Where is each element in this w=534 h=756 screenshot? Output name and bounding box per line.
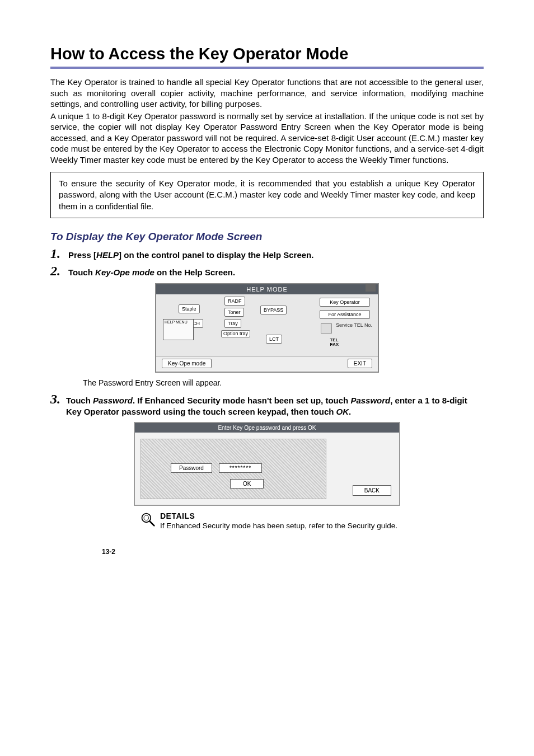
password-figure-wrap: Enter Key Ope password and press OK Pass… xyxy=(50,422,484,506)
step-3-post: . xyxy=(349,407,351,416)
step-1-number: 1. xyxy=(50,246,63,261)
step-2-text: Touch Key-Ope mode on the Help Screen. xyxy=(68,267,235,278)
intro-paragraph-1: The Key Operator is trained to handle al… xyxy=(50,77,484,110)
page-number: 13-2 xyxy=(102,548,115,556)
fax-label: FAX xyxy=(330,342,339,347)
tel-fax-labels: TEL FAX xyxy=(330,338,339,347)
step-1-text: Press [HELP] on the control panel to dis… xyxy=(68,250,313,261)
tray-button[interactable]: Tray xyxy=(224,319,241,328)
lct-button[interactable]: LCT xyxy=(266,335,282,344)
service-phone-icon xyxy=(321,323,332,334)
step-1-pre: Press [ xyxy=(68,250,96,260)
title-rule xyxy=(50,67,484,69)
details-text: If Enhanced Security mode has been setup… xyxy=(160,522,397,530)
ok-button[interactable]: OK xyxy=(230,479,264,489)
staple-button[interactable]: Staple xyxy=(179,304,200,313)
step-3-ok: OK xyxy=(336,407,349,416)
keyope-mode-button[interactable]: Key-Ope mode xyxy=(162,359,212,368)
details-heading: DETAILS xyxy=(160,511,397,520)
step-3-number: 3. xyxy=(50,392,60,407)
step-3-password-2: Password xyxy=(350,396,390,405)
option-tray-button[interactable]: Option tray xyxy=(221,330,250,337)
password-entry-screen: Enter Key Ope password and press OK Pass… xyxy=(134,422,400,506)
password-row: Password ******** xyxy=(171,463,262,473)
step-3-pre: Touch xyxy=(66,396,93,405)
bypass-button[interactable]: BYPASS xyxy=(260,306,287,314)
section-subhead: To Display the Key Operator Mode Screen xyxy=(50,231,484,243)
svg-line-2 xyxy=(150,522,154,526)
step-1-post: ] on the control panel to display the He… xyxy=(119,250,313,260)
help-mode-titlebar: HELP MODE xyxy=(156,284,378,294)
step-3-mid1: . If Enhanced Security mode hasn't been … xyxy=(133,396,350,405)
password-titlebar: Enter Key Ope password and press OK xyxy=(135,423,399,433)
step-2-pre: Touch xyxy=(68,267,95,277)
exit-button[interactable]: EXIT xyxy=(348,359,372,368)
radf-button[interactable]: RADF xyxy=(224,297,245,306)
step-2: 2. Touch Key-Ope mode on the Help Screen… xyxy=(50,264,484,279)
step-1: 1. Press [HELP] on the control panel to … xyxy=(50,246,484,261)
help-menu-label: HELP MENU xyxy=(165,320,192,324)
for-assistance-button[interactable]: For Assistance xyxy=(320,310,370,319)
help-mode-footer: Key-Ope mode EXIT xyxy=(156,356,378,370)
step-3-text: Touch Password. If Enhanced Security mod… xyxy=(66,395,484,418)
toner-button[interactable]: Toner xyxy=(224,308,244,317)
details-row: DETAILS If Enhanced Security mode has be… xyxy=(140,511,484,530)
security-callout: To ensure the security of Key Operator m… xyxy=(50,172,484,218)
step-2-keyope: Key-Ope mode xyxy=(95,267,154,277)
back-button[interactable]: BACK xyxy=(353,485,391,496)
intro-paragraph-2: A unique 1 to 8-digit Key Operator passw… xyxy=(50,111,484,166)
step-2-number: 2. xyxy=(50,264,63,279)
svg-point-1 xyxy=(144,515,149,520)
page-title: How to Access the Key Operator Mode xyxy=(50,45,484,67)
password-field[interactable]: ******** xyxy=(219,463,262,473)
help-mode-figure-wrap: HELP MODE Staple PUNCH HELP MENU RADF To… xyxy=(50,283,484,373)
corner-icon xyxy=(366,284,376,292)
step-2-post: on the Help Screen. xyxy=(154,267,235,277)
step-3-password-1: Password xyxy=(93,396,133,405)
password-button[interactable]: Password xyxy=(171,463,212,473)
help-menu-box[interactable]: HELP MENU xyxy=(163,319,194,340)
step-3: 3. Touch Password. If Enhanced Security … xyxy=(50,392,484,418)
magnifier-icon xyxy=(140,511,156,527)
help-mode-body: Staple PUNCH HELP MENU RADF Toner Tray O… xyxy=(156,294,378,356)
details-body: DETAILS If Enhanced Security mode has be… xyxy=(160,511,397,530)
key-operator-button[interactable]: Key Operator xyxy=(320,298,370,307)
help-mode-screen: HELP MODE Staple PUNCH HELP MENU RADF To… xyxy=(155,283,379,373)
step-1-help-key: HELP xyxy=(96,250,119,260)
service-tel-label: Service TEL No. xyxy=(336,322,372,328)
password-entry-appears-text: The Password Entry Screen will appear. xyxy=(83,378,484,387)
